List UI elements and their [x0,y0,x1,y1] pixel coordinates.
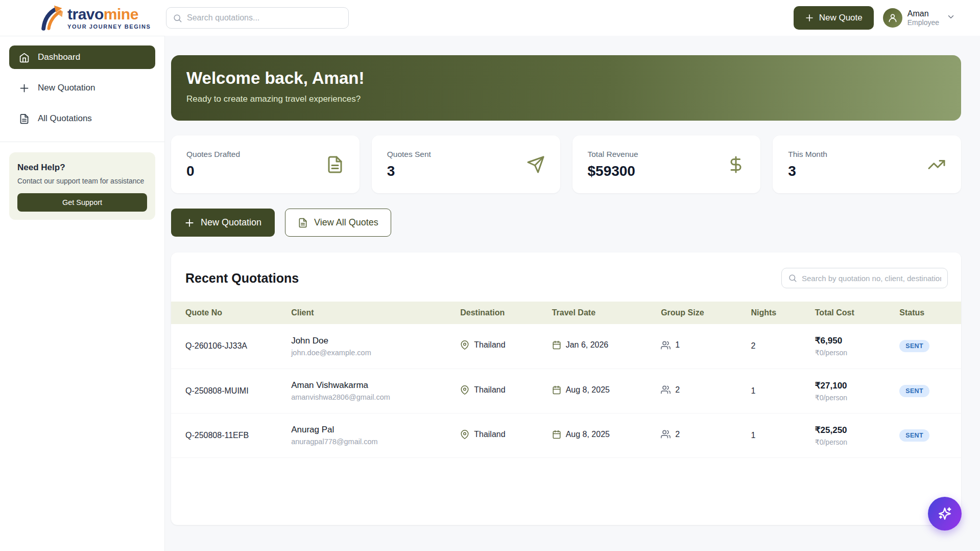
stat-card-total-revenue: Total Revenue $59300 [572,135,761,193]
col-status: Status [899,302,961,324]
client-email: john.doe@example.com [291,349,460,357]
stat-value: 3 [788,163,827,179]
calendar-icon [552,385,561,395]
col-destination: Destination [460,302,552,324]
table-row[interactable]: Q-250808-11EFB Anurag Pal anuragpal778@g… [171,413,961,457]
col-total-cost: Total Cost [815,302,900,324]
view-all-quotes-button[interactable]: View All Quotes [285,209,391,237]
travel-date: Aug 8, 2025 [566,385,610,395]
recent-quotations-card: Recent Quotations Quote No Client Destin… [171,252,961,525]
welcome-subtitle: Ready to create amazing travel experienc… [186,94,946,104]
welcome-banner: Welcome back, Aman! Ready to create amaz… [171,55,961,121]
table-row[interactable]: Q-250808-MUIMI Aman Vishwakarma amanvish… [171,369,961,413]
help-text: Contact our support team for assistance [17,177,147,185]
nights: 1 [751,413,815,457]
status-badge: SENT [899,385,929,397]
stat-card-quotes-drafted: Quotes Drafted 0 [171,135,360,193]
users-icon [661,429,671,439]
brand-logo: travomine YOUR JOURNEY BEGINS [0,5,165,31]
user-name: Aman [907,9,939,18]
document-icon [18,113,30,124]
sidebar: Dashboard New Quotation All Quotations N… [0,36,165,551]
nights: 2 [751,324,815,369]
sparkles-icon [937,506,953,522]
send-icon [527,155,545,174]
recent-quotations-title: Recent Quotations [185,271,299,286]
stat-value: 0 [186,163,240,179]
search-icon [788,273,797,283]
user-menu[interactable]: Aman Employee [883,8,955,28]
brand-name: travomine [67,7,151,22]
client-email: anuragpal778@gmail.com [291,438,460,446]
per-person-cost: ₹0/person [815,394,900,402]
plus-icon [184,218,195,228]
group-size: 2 [675,430,680,439]
search-icon [173,13,182,23]
get-support-button[interactable]: Get Support [17,193,147,212]
col-nights: Nights [751,302,815,324]
col-group-size: Group Size [661,302,751,324]
welcome-title: Welcome back, Aman! [186,68,946,88]
stat-card-quotes-sent: Quotes Sent 3 [372,135,560,193]
total-cost: ₹25,250 [815,425,900,435]
ai-assistant-fab[interactable] [928,497,962,531]
users-icon [661,340,671,350]
status-badge: SENT [899,429,929,442]
stat-card-this-month: This Month 3 [773,135,961,193]
need-help-card: Need Help? Contact our support team for … [9,152,155,220]
nights: 1 [751,369,815,413]
total-cost: ₹27,100 [815,380,900,391]
destination: Thailand [474,385,505,395]
sidebar-item-all-quotations[interactable]: All Quotations [9,107,155,130]
client-name: Aman Vishwakarma [291,380,460,391]
travel-date: Jan 6, 2026 [566,340,609,350]
quote-no: Q-250808-MUIMI [171,369,291,413]
calendar-icon [552,340,561,350]
global-search-input[interactable] [187,13,342,22]
users-icon [661,385,671,395]
map-pin-icon [460,340,469,350]
brand-tagline: YOUR JOURNEY BEGINS [67,24,151,30]
quotations-search[interactable] [781,268,948,288]
group-size: 2 [675,385,680,395]
destination: Thailand [474,430,505,439]
sidebar-item-new-quotation[interactable]: New Quotation [9,76,155,100]
new-quotation-button[interactable]: New Quotation [171,209,275,237]
table-row[interactable]: Q-260106-JJ33A John Doe john.doe@example… [171,324,961,369]
client-name: John Doe [291,336,460,346]
travomine-logo-icon [37,5,64,31]
table-header-row: Quote No Client Destination Travel Date … [171,302,961,324]
quote-no: Q-250808-11EFB [171,413,291,457]
col-client: Client [291,302,460,324]
quick-actions: New Quotation View All Quotes [171,209,961,237]
new-quote-button[interactable]: New Quote [794,6,874,30]
per-person-cost: ₹0/person [815,438,900,446]
map-pin-icon [460,430,469,439]
client-name: Anurag Pal [291,425,460,435]
avatar [883,8,902,28]
quotations-table: Quote No Client Destination Travel Date … [171,302,961,458]
stat-value: 3 [387,163,431,179]
trending-up-icon [927,155,946,174]
sidebar-item-dashboard[interactable]: Dashboard [9,45,155,69]
col-travel-date: Travel Date [552,302,661,324]
global-search[interactable] [166,7,349,29]
home-icon [18,52,30,63]
chevron-down-icon [946,12,955,24]
client-email: amanvishwa2806@gmail.com [291,393,460,401]
calendar-icon [552,430,561,439]
document-icon [326,155,344,174]
per-person-cost: ₹0/person [815,349,900,357]
user-role: Employee [907,18,939,27]
col-quote-no: Quote No [171,302,291,324]
destination: Thailand [474,340,505,350]
stats-row: Quotes Drafted 0 Quotes Sent 3 Total Rev… [171,135,961,193]
help-title: Need Help? [17,163,147,173]
plus-icon [805,13,814,22]
total-cost: ₹6,950 [815,335,900,346]
stat-value: $59300 [588,163,638,179]
map-pin-icon [460,385,469,395]
quotations-search-input[interactable] [802,274,941,283]
main-content: Welcome back, Aman! Ready to create amaz… [165,36,980,551]
plus-icon [18,83,30,94]
